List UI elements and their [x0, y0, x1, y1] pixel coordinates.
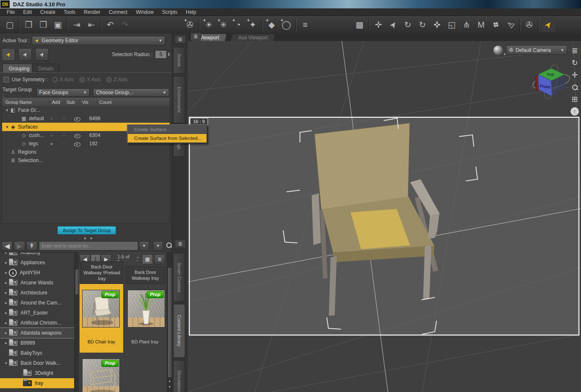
menu-render[interactable]: Render — [80, 9, 104, 15]
new-primitive-icon[interactable]: ◆+ — [264, 18, 279, 32]
list-view-button[interactable]: ≣ — [154, 254, 165, 264]
pane-options-icon[interactable]: ≣ — [569, 45, 580, 56]
assign-to-target-group-button[interactable]: Assign To Target Group — [57, 226, 116, 235]
folder-row-atlantida-weapons[interactable]: ►Atlantida weapons — [0, 328, 74, 338]
scene-list-icon[interactable]: ≡ — [298, 18, 312, 32]
new-null-icon[interactable]: ◯+ — [279, 18, 294, 32]
menu-connect[interactable]: Connect — [104, 9, 132, 15]
dock-tab-smart-content[interactable]: Smart Content — [174, 253, 185, 302]
add-button[interactable]: ＋ — [49, 132, 54, 139]
folder-row-back-door-walk-[interactable]: ▼Back Door Walk... — [0, 358, 74, 368]
folder-row-art-easter[interactable]: ►ART_Easter — [0, 308, 74, 318]
menu-window[interactable]: Window — [132, 9, 158, 15]
column-group-name[interactable]: Group Name — [2, 100, 49, 105]
context-menu-item[interactable]: Create Surface... — [128, 125, 207, 134]
rotate-tool-icon[interactable]: ↻ — [415, 18, 430, 32]
expander-icon[interactable]: ► — [3, 301, 9, 305]
dock-tab-scene[interactable]: Scene — [174, 47, 185, 74]
expander-icon[interactable]: ► — [3, 291, 9, 295]
group-tree-row[interactable]: ♙Regions — [2, 148, 170, 156]
content-item-label[interactable]: Back DoorWalkway !PreloadIray — [80, 261, 123, 284]
geometry-editor-icon[interactable]: ➤ — [541, 18, 555, 32]
expander-icon[interactable]: ► — [3, 341, 9, 345]
save-scene-icon[interactable]: ▣ — [51, 18, 65, 32]
redo-icon[interactable]: ↷ — [118, 18, 132, 32]
view-navigation-cube[interactable]: Top Front — [531, 62, 571, 102]
column-add[interactable]: Add — [49, 100, 64, 105]
scene-navigator-icon[interactable]: ✛ — [371, 18, 386, 32]
dock-tab-environment[interactable]: Environment — [174, 76, 185, 123]
menu-file[interactable]: File — [3, 9, 19, 15]
tab-details[interactable]: Details — [32, 64, 60, 73]
up-directory-button[interactable]: ↟ — [26, 241, 37, 251]
surface-selection-icon[interactable]: ❖ — [488, 18, 503, 32]
menu-help[interactable]: Help — [182, 9, 201, 15]
forward-button[interactable]: ▶ — [14, 241, 25, 251]
folder-row-b9999[interactable]: ►B9999 — [0, 338, 74, 348]
folder-row-around-the-cam-[interactable]: ►Around the Cam... — [0, 298, 74, 308]
choose-group-dropdown[interactable]: Choose Group...▼ — [93, 88, 169, 97]
polygon-group-editor-icon[interactable]: M — [474, 18, 488, 32]
pixel-grid-icon[interactable]: ▩ — [352, 18, 367, 32]
subtract-button[interactable]: − — [62, 132, 65, 138]
selection-radius-stepper[interactable]: ▲▼ — [168, 52, 170, 57]
search-icon[interactable] — [166, 242, 172, 250]
expander-icon[interactable]: ► — [3, 331, 9, 335]
import-icon[interactable]: ⇥ — [70, 18, 84, 32]
open-recent-icon[interactable]: ❐ — [36, 18, 51, 32]
visibility-eye-icon[interactable] — [74, 142, 80, 148]
search-input[interactable] — [39, 241, 138, 250]
pan-camera-icon[interactable]: ✛ — [569, 70, 580, 80]
folder-row-artificial-christm-[interactable]: ►Artificial Christm... — [0, 318, 74, 328]
dock-tab-content-library[interactable]: Content Library — [174, 304, 185, 358]
figure-selection-icon[interactable]: ♙ — [503, 18, 518, 32]
new-camera-icon[interactable]: ✇+ — [183, 18, 197, 32]
drawstyle-sphere-icon[interactable] — [493, 46, 503, 55]
expander-icon[interactable]: ▼ — [3, 361, 9, 365]
context-menu-item[interactable]: Create Surface from Selected... — [128, 134, 207, 142]
top-pane-menu-icon[interactable]: ≣ — [175, 35, 186, 44]
dock-tab-simulation-settin[interactable]: Simulation Settin — [174, 360, 185, 392]
subtract-button[interactable]: − — [62, 116, 65, 121]
folder-row-anatomy[interactable]: ►Anatomy — [0, 252, 74, 258]
spot-render-icon[interactable]: ✇ — [522, 18, 537, 32]
grid-view-button[interactable]: ▦ — [142, 254, 153, 264]
new-point-light-icon[interactable]: ✳+ — [216, 18, 231, 32]
expander-icon[interactable]: ▼ — [5, 125, 10, 129]
column-count[interactable]: Count — [96, 100, 121, 105]
back-button[interactable]: ◀ — [2, 241, 13, 251]
group-tree-row[interactable]: ▦default＋−6496 — [2, 114, 170, 123]
menu-tools[interactable]: Tools — [59, 9, 80, 15]
expander-icon[interactable]: ► — [3, 252, 9, 255]
lasso-selection-button[interactable]: ➤ — [2, 48, 15, 61]
column-vis[interactable]: Vis — [79, 100, 96, 105]
subtract-button[interactable]: − — [62, 141, 65, 147]
new-gauge-light-icon[interactable]: ◔+ — [231, 18, 245, 32]
orbit-camera-icon[interactable]: ↻ — [569, 57, 580, 68]
new-distant-light-icon[interactable]: ☀+ — [201, 18, 216, 32]
node-selection-icon[interactable]: ➤ — [386, 18, 400, 32]
scale-tool-icon[interactable]: ◱ — [444, 18, 459, 32]
rotate-view-icon[interactable]: ↻ — [400, 18, 415, 32]
expander-icon[interactable]: ► — [3, 311, 9, 315]
add-button[interactable]: ＋ — [49, 140, 54, 147]
y-axis-radio[interactable] — [80, 77, 85, 83]
marquee-selection-button[interactable]: ➤ — [18, 48, 32, 61]
column-sub[interactable]: Sub — [64, 100, 79, 105]
menu-edit[interactable]: Edit — [19, 9, 36, 15]
expander-icon[interactable]: ▼ — [5, 108, 10, 112]
new-spotlight-icon[interactable]: ✦+ — [245, 18, 260, 32]
expander-icon[interactable]: ► — [3, 271, 9, 275]
group-tree-row[interactable]: ▼◧Face Gr... — [2, 106, 170, 114]
group-table-header[interactable]: Group NameAddSubVisCount — [2, 97, 170, 107]
reset-camera-icon[interactable]: ↑ — [569, 106, 580, 117]
new-scene-icon[interactable]: ▢ — [3, 18, 17, 32]
folder-row-architecture[interactable]: ►Architecture — [0, 288, 74, 298]
content-item-label[interactable]: Back DoorWalkway Iray — [126, 266, 165, 284]
x-axis-radio[interactable] — [52, 77, 58, 83]
content-item-bd-chair-iray[interactable]: PropBD Chair Iray — [80, 284, 123, 353]
target-group-dropdown[interactable]: Face Groups▼ — [36, 88, 90, 97]
frame-camera-icon[interactable]: ⊞ — [569, 94, 580, 105]
expander-icon[interactable]: ► — [3, 261, 9, 265]
menu-scripts[interactable]: Scripts — [158, 9, 182, 15]
